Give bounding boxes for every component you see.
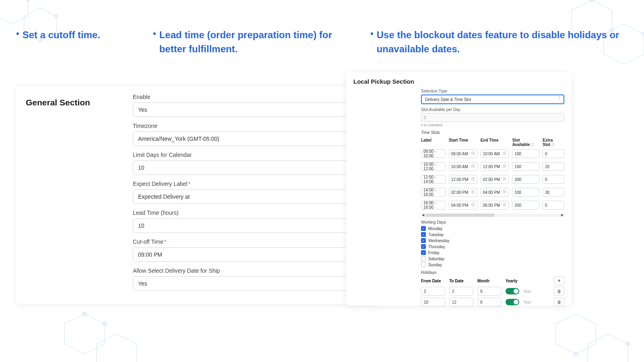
headline-blockout-text: Use the blockout dates feature to disabl… xyxy=(377,28,628,56)
slot-label-input[interactable]: 10:00 - 12:00 xyxy=(421,162,446,171)
slot-available-input[interactable]: 200 xyxy=(512,201,539,210)
svg-marker-16 xyxy=(588,334,628,362)
slot-per-day-input[interactable]: 0 xyxy=(421,113,564,122)
cutoff-time-input[interactable]: 09:00 PM xyxy=(133,247,372,262)
delete-holiday-button[interactable]: 🗑 xyxy=(554,287,564,296)
lead-time-input[interactable]: 10 xyxy=(133,218,372,233)
slot-extra-input[interactable]: 30 xyxy=(543,188,564,197)
holiday-row: 229Year🗑 xyxy=(421,287,564,296)
holiday-from-input[interactable]: 10 xyxy=(421,298,445,306)
slot-extra-input[interactable]: 0 xyxy=(543,175,564,184)
add-holiday-button[interactable]: + xyxy=(554,276,564,285)
slot-start-input[interactable]: 02:00 PM xyxy=(449,188,477,197)
slot-label-input[interactable]: 08:00 - 10:00 xyxy=(421,149,446,158)
time-slot-row: 16:00 - 18:0004:00 PM06:00 PM2000 xyxy=(421,201,564,210)
svg-line-33 xyxy=(504,166,505,167)
day-label: Friday xyxy=(428,251,440,255)
svg-point-14 xyxy=(103,322,107,326)
working-day-row: ✓Wednesday xyxy=(421,238,564,243)
svg-marker-15 xyxy=(555,314,596,354)
holiday-yearly-toggle[interactable] xyxy=(506,299,519,305)
scrollbar-thumb[interactable] xyxy=(426,214,494,217)
day-checkbox[interactable]: ✓ xyxy=(421,244,426,249)
holiday-month-input[interactable]: 9 xyxy=(477,287,502,296)
decor-hex-bottom-right xyxy=(547,298,636,362)
day-checkbox[interactable]: ✓ xyxy=(421,238,426,243)
col-end-header: End Time xyxy=(481,138,509,148)
enable-select[interactable]: Yes ˄˅ xyxy=(133,103,372,117)
selection-type-label: Selection Type xyxy=(421,89,564,93)
selection-type-select[interactable]: Delivery Date & Time Slot ˄˅ xyxy=(421,95,564,104)
slot-start-input[interactable]: 04:00 PM xyxy=(449,201,477,210)
holiday-col-yearly: Yearly xyxy=(506,279,529,283)
day-checkbox[interactable] xyxy=(421,256,426,261)
expect-delivery-input[interactable]: Expected Delivery at xyxy=(133,189,372,204)
svg-line-24 xyxy=(473,153,474,154)
allow-ship-select-value: Yes xyxy=(138,280,147,287)
working-day-row: Sunday xyxy=(421,262,564,267)
slot-available-input[interactable]: 150 xyxy=(512,162,539,171)
slot-end-input[interactable]: 04:00 PM xyxy=(481,188,509,197)
time-slot-row: 12:00 - 14:0012:00 PM02:00 PM2000 xyxy=(421,175,564,184)
col-start-header: Start Time xyxy=(449,138,477,148)
bullet-icon: • xyxy=(153,28,156,56)
timezone-select[interactable]: America/New_York (GMT-05:00) ˄˅ xyxy=(133,132,372,146)
headline-leadtime: • Lead time (order preparation time) for… xyxy=(153,28,346,56)
day-label: Monday xyxy=(428,226,443,231)
slot-extra-input[interactable]: 20 xyxy=(543,162,564,171)
slot-end-input[interactable]: 12:00 PM xyxy=(481,162,509,171)
slot-end-input[interactable]: 06:00 PM xyxy=(481,201,509,210)
holiday-from-input[interactable]: 2 xyxy=(421,287,445,296)
expect-delivery-value: Expected Delivery at xyxy=(138,193,190,200)
day-checkbox[interactable]: ✓ xyxy=(421,250,426,255)
clock-icon xyxy=(471,203,475,208)
working-day-row: ✓Tuesday xyxy=(421,232,564,237)
clock-icon xyxy=(471,190,475,195)
slot-available-input[interactable]: 100 xyxy=(512,149,539,158)
day-label: Tuesday xyxy=(428,232,444,237)
holiday-year-placeholder: Year xyxy=(523,289,541,294)
horizontal-scrollbar[interactable]: ◀ ▶ xyxy=(421,214,564,217)
clock-icon xyxy=(502,203,506,208)
holiday-yearly-toggle[interactable] xyxy=(506,288,519,294)
slot-label-input[interactable]: 16:00 - 18:00 xyxy=(421,201,446,210)
col-label-header: Label xyxy=(421,138,446,148)
allow-ship-select[interactable]: Yes ˄˅ xyxy=(133,276,372,291)
slot-end-input[interactable]: 02:00 PM xyxy=(481,175,509,184)
working-day-row: ✓Monday xyxy=(421,226,564,231)
lead-time-label: Lead Time (hours) xyxy=(133,210,372,216)
clock-icon xyxy=(471,164,475,169)
svg-point-18 xyxy=(574,352,578,356)
day-checkbox[interactable]: ✓ xyxy=(421,226,426,231)
svg-marker-12 xyxy=(97,334,137,362)
headline-row: • Set a cutoff time. • Lead time (order … xyxy=(16,28,628,56)
slot-available-input[interactable]: 100 xyxy=(512,188,539,197)
day-checkbox[interactable] xyxy=(421,262,426,267)
slot-label-input[interactable]: 14:00 - 16:00 xyxy=(421,188,446,197)
slot-start-input[interactable]: 08:00 AM xyxy=(449,149,477,158)
holiday-col-to: To Date xyxy=(449,279,473,283)
headline-leadtime-text: Lead time (order preparation time) for b… xyxy=(159,28,346,56)
slot-label-input[interactable]: 12:00 - 14:00 xyxy=(421,175,446,184)
slot-start-input[interactable]: 12:00 PM xyxy=(449,175,477,184)
day-label: Wednesday xyxy=(428,239,450,243)
holiday-to-input[interactable]: 2 xyxy=(449,287,473,296)
working-days-list: ✓Monday✓Tuesday✓Wednesday✓Thursday✓Frida… xyxy=(421,226,564,267)
slot-available-input[interactable]: 200 xyxy=(512,175,539,184)
col-avail-header: Slot Availableⓘ xyxy=(512,138,540,148)
slot-start-input[interactable]: 10:00 AM xyxy=(449,162,477,171)
col-extra-header: Extra Slotⓘ xyxy=(543,138,564,148)
slot-end-input[interactable]: 10:00 AM xyxy=(481,149,509,158)
delete-holiday-button[interactable]: 🗑 xyxy=(554,298,564,306)
svg-point-13 xyxy=(83,312,87,316)
day-checkbox[interactable]: ✓ xyxy=(421,232,426,237)
local-pickup-title: Local Pickup Section xyxy=(353,78,564,85)
holiday-to-input[interactable]: 12 xyxy=(449,298,473,306)
holiday-month-input[interactable]: 8 xyxy=(477,298,502,306)
clock-icon xyxy=(471,151,475,156)
slot-extra-input[interactable]: 0 xyxy=(543,201,564,210)
cutoff-time-value: 09:00 PM xyxy=(138,251,162,258)
limit-days-input[interactable]: 10 xyxy=(133,160,372,175)
slot-extra-input[interactable]: 0 xyxy=(543,149,564,158)
timezone-select-value: America/New_York (GMT-05:00) xyxy=(138,136,219,142)
